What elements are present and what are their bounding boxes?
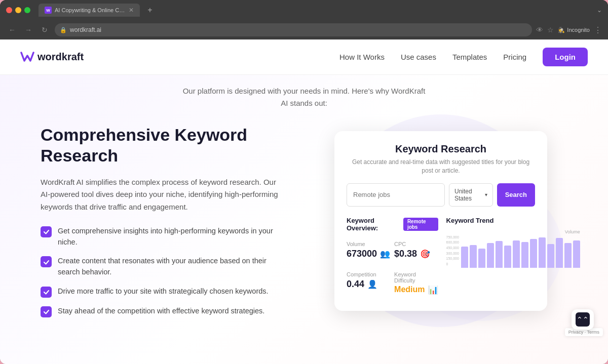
- check-icon-4: [41, 306, 52, 317]
- trend-chart-wrapper: 750,000 600,000 450,000 300,000 150,000 …: [446, 235, 580, 268]
- main-section: Comprehensive Keyword Research WordKraft…: [0, 114, 608, 328]
- feature-item-3: Drive more traffic to your site with str…: [41, 286, 284, 298]
- y-label-1: 750,000: [446, 235, 459, 239]
- logo[interactable]: wordkraft: [20, 51, 84, 63]
- check-icon-3: [41, 287, 52, 298]
- competition-row: 0.44 👤: [347, 279, 390, 290]
- tab-title: AI Copywriting & Online Con...: [55, 7, 126, 13]
- tab-favicon: W: [45, 7, 52, 14]
- incognito-indicator: 🕵 Incognito: [558, 27, 590, 33]
- trend-bar-11: [556, 238, 563, 268]
- page-content: wordkraft How It Works Use cases Templat…: [0, 39, 608, 364]
- metrics-grid: Volume 673000 👥 CPC: [347, 237, 438, 299]
- browser-tab[interactable]: W AI Copywriting & Online Con... ✕: [39, 4, 140, 17]
- card-data-section: Keyword Overview: Remote jobs Volume 673…: [347, 217, 535, 299]
- navbar: wordkraft How It Works Use cases Templat…: [0, 39, 608, 75]
- trend-title: Keyword Trend: [446, 217, 580, 224]
- volume-value: 673000: [347, 249, 377, 259]
- trend-bar-4: [496, 241, 503, 268]
- incognito-icon: 🕵: [558, 27, 565, 33]
- competition-label: Competition: [347, 271, 390, 277]
- reload-button[interactable]: ↻: [39, 24, 51, 36]
- nav-use-cases[interactable]: Use cases: [401, 53, 436, 61]
- nav-how-it-works[interactable]: How It Works: [339, 53, 385, 61]
- y-label-6: 0: [446, 262, 459, 266]
- search-row: United States ▾ Search: [347, 183, 535, 207]
- country-select[interactable]: United States ▾: [449, 183, 493, 207]
- logo-text: wordkraft: [37, 51, 84, 63]
- y-axis: 750,000 600,000 450,000 300,000 150,000 …: [446, 235, 459, 266]
- login-button[interactable]: Login: [543, 48, 588, 66]
- feature-item-1: Get comprehensive insights into high-per…: [41, 226, 284, 248]
- star-icon[interactable]: ☆: [547, 26, 554, 34]
- trend-bar-5: [504, 246, 511, 268]
- more-options-button[interactable]: ⋮: [594, 25, 602, 35]
- eye-slash-icon: 👁: [536, 26, 543, 34]
- competition-icon: 👤: [367, 279, 377, 289]
- trend-bar-0: [461, 247, 468, 267]
- difficulty-value: Medium: [394, 285, 425, 294]
- trend-bar-3: [487, 243, 494, 268]
- volume-label: Volume: [347, 241, 390, 247]
- privacy-link[interactable]: Privacy: [568, 330, 584, 335]
- volume-axis-label: Volume: [446, 229, 580, 234]
- chevron-down-icon: ⌄: [597, 7, 602, 14]
- forward-button[interactable]: →: [22, 24, 34, 36]
- trend-bar-7: [521, 242, 528, 268]
- logo-icon: [20, 52, 34, 63]
- feature-item-4: Stay ahead of the competition with effec…: [41, 306, 284, 317]
- trend-bar-9: [539, 237, 546, 268]
- trend-bar-12: [564, 243, 572, 268]
- card-title: Keyword Research: [347, 143, 535, 155]
- scroll-to-top-widget[interactable]: ⌃⌃: [572, 309, 594, 330]
- browser-titlebar: W AI Copywriting & Online Con... ✕ + ⌄: [0, 0, 608, 20]
- check-icon-2: [41, 256, 52, 267]
- feature-text-2: Create content that resonates with your …: [58, 256, 284, 278]
- trend-bar-13: [573, 240, 580, 268]
- check-icon-1: [41, 226, 52, 237]
- address-text: wordkraft.ai: [70, 26, 101, 33]
- top-section: Our platform is designed with your needs…: [0, 75, 608, 114]
- tab-close-icon[interactable]: ✕: [129, 7, 134, 14]
- trend-bar-6: [513, 240, 520, 268]
- checkmark-icon: [43, 228, 50, 235]
- card-subtitle: Get accurate and real-time data with sug…: [347, 158, 535, 175]
- minimize-button[interactable]: [15, 7, 21, 13]
- section-description: WordKraft AI simplifies the complex proc…: [41, 176, 284, 214]
- trend-bar-2: [478, 249, 485, 268]
- terms-link[interactable]: Terms: [587, 330, 600, 335]
- address-bar[interactable]: 🔒 wordkraft.ai: [55, 23, 532, 36]
- trend-bar-1: [470, 245, 477, 268]
- cpc-label: CPC: [394, 241, 438, 247]
- trend-bar-8: [530, 239, 537, 267]
- y-label-5: 150,000: [446, 257, 459, 260]
- cpc-row: $0.38 🎯: [394, 249, 438, 259]
- y-label-3: 450,000: [446, 246, 459, 250]
- keyword-badge: Remote jobs: [403, 218, 438, 231]
- feature-item-2: Create content that resonates with your …: [41, 256, 284, 278]
- y-label-2: 600,000: [446, 240, 459, 244]
- feature-text-3: Drive more traffic to your site with str…: [58, 286, 269, 297]
- nav-pricing[interactable]: Pricing: [503, 53, 526, 61]
- difficulty-row: Medium 📊: [394, 285, 438, 295]
- keyword-search-input[interactable]: [347, 183, 445, 207]
- feature-text-1: Get comprehensive insights into high-per…: [58, 226, 284, 248]
- metric-competition: Competition 0.44 👤: [347, 267, 390, 299]
- y-label-4: 300,000: [446, 252, 459, 255]
- section-title: Comprehensive Keyword Research: [41, 125, 284, 166]
- keyword-trend: Keyword Trend Volume 750,000 600,000 450…: [446, 217, 580, 299]
- volume-row: 673000 👥: [347, 249, 390, 259]
- maximize-button[interactable]: [24, 7, 30, 13]
- new-tab-button[interactable]: +: [144, 4, 156, 16]
- lock-icon: 🔒: [60, 27, 67, 33]
- overview-title: Keyword Overview: Remote jobs: [347, 217, 438, 232]
- nav-templates[interactable]: Templates: [452, 53, 487, 61]
- trend-chart-bars: [461, 237, 580, 268]
- difficulty-label: Keyword Difficulty: [394, 271, 438, 284]
- country-label: United States: [454, 188, 483, 202]
- checkmark-icon: [43, 259, 50, 265]
- back-button[interactable]: ←: [6, 24, 18, 36]
- people-icon: 👥: [380, 249, 390, 259]
- search-button[interactable]: Search: [497, 183, 535, 207]
- close-button[interactable]: [6, 7, 12, 13]
